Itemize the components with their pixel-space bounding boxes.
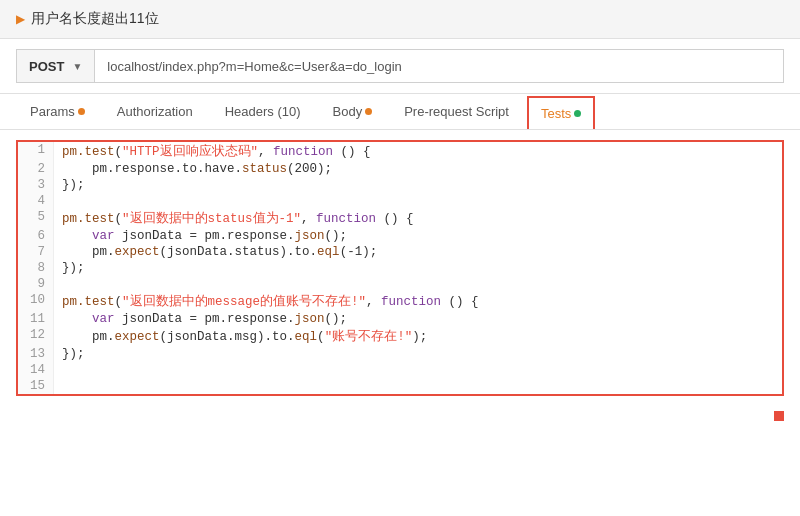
- code-line-14: 14: [18, 362, 782, 378]
- tab-headers-label: Headers (10): [225, 104, 301, 119]
- line-content-5: pm.test("返回数据中的status值为-1", function () …: [54, 209, 782, 228]
- code-line-12: 12 pm.expect(jsonData.msg).to.eql("账号不存在…: [18, 327, 782, 346]
- line-content-4: [54, 193, 782, 209]
- line-num-10: 10: [18, 292, 54, 311]
- line-num-11: 11: [18, 311, 54, 327]
- line-content-12: pm.expect(jsonData.msg).to.eql("账号不存在!")…: [54, 327, 782, 346]
- line-content-14: [54, 362, 782, 378]
- code-editor[interactable]: 1 pm.test("HTTP返回响应状态码", function () { 2…: [16, 140, 784, 396]
- tabs-bar: Params Authorization Headers (10) Body P…: [0, 94, 800, 130]
- line-content-11: var jsonData = pm.response.json();: [54, 311, 782, 327]
- line-num-5: 5: [18, 209, 54, 228]
- line-num-13: 13: [18, 346, 54, 362]
- tab-body[interactable]: Body: [319, 94, 387, 129]
- page-title: 用户名长度超出11位: [31, 10, 159, 28]
- line-content-1: pm.test("HTTP返回响应状态码", function () {: [54, 142, 782, 161]
- tab-headers[interactable]: Headers (10): [211, 94, 315, 129]
- code-line-5: 5 pm.test("返回数据中的status值为-1", function (…: [18, 209, 782, 228]
- method-selector[interactable]: POST ▼: [16, 49, 94, 83]
- red-indicator-icon: [774, 411, 784, 421]
- bottom-bar: [0, 406, 800, 426]
- tab-tests-label: Tests: [541, 106, 571, 121]
- tab-prerequest[interactable]: Pre-request Script: [390, 94, 523, 129]
- code-line-9: 9: [18, 276, 782, 292]
- code-line-3: 3 });: [18, 177, 782, 193]
- url-input[interactable]: [94, 49, 784, 83]
- line-num-14: 14: [18, 362, 54, 378]
- tab-authorization-label: Authorization: [117, 104, 193, 119]
- code-line-1: 1 pm.test("HTTP返回响应状态码", function () {: [18, 142, 782, 161]
- line-num-7: 7: [18, 244, 54, 260]
- body-dot: [365, 108, 372, 115]
- line-content-8: });: [54, 260, 782, 276]
- tab-params[interactable]: Params: [16, 94, 99, 129]
- code-line-8: 8 });: [18, 260, 782, 276]
- method-label: POST: [29, 59, 64, 74]
- line-num-8: 8: [18, 260, 54, 276]
- code-line-7: 7 pm.expect(jsonData.status).to.eql(-1);: [18, 244, 782, 260]
- tab-tests[interactable]: Tests: [527, 96, 595, 129]
- request-bar: POST ▼: [0, 39, 800, 94]
- line-content-13: });: [54, 346, 782, 362]
- line-content-2: pm.response.to.have.status(200);: [54, 161, 782, 177]
- line-content-9: [54, 276, 782, 292]
- line-content-3: });: [54, 177, 782, 193]
- line-num-1: 1: [18, 142, 54, 161]
- code-line-2: 2 pm.response.to.have.status(200);: [18, 161, 782, 177]
- line-num-15: 15: [18, 378, 54, 394]
- title-bar: ▶ 用户名长度超出11位: [0, 0, 800, 39]
- line-content-6: var jsonData = pm.response.json();: [54, 228, 782, 244]
- line-num-12: 12: [18, 327, 54, 346]
- line-num-3: 3: [18, 177, 54, 193]
- code-line-4: 4: [18, 193, 782, 209]
- line-content-10: pm.test("返回数据中的message的值账号不存在!", functio…: [54, 292, 782, 311]
- tab-prerequest-label: Pre-request Script: [404, 104, 509, 119]
- tests-dot: [574, 110, 581, 117]
- code-lines: 1 pm.test("HTTP返回响应状态码", function () { 2…: [18, 142, 782, 394]
- line-num-9: 9: [18, 276, 54, 292]
- line-num-6: 6: [18, 228, 54, 244]
- tab-authorization[interactable]: Authorization: [103, 94, 207, 129]
- code-line-13: 13 });: [18, 346, 782, 362]
- line-content-7: pm.expect(jsonData.status).to.eql(-1);: [54, 244, 782, 260]
- code-line-15: 15: [18, 378, 782, 394]
- code-line-11: 11 var jsonData = pm.response.json();: [18, 311, 782, 327]
- chevron-down-icon: ▼: [72, 61, 82, 72]
- tab-params-label: Params: [30, 104, 75, 119]
- line-num-2: 2: [18, 161, 54, 177]
- title-arrow-icon: ▶: [16, 12, 25, 26]
- line-content-15: [54, 378, 782, 394]
- line-num-4: 4: [18, 193, 54, 209]
- page-container: ▶ 用户名长度超出11位 POST ▼ Params Authorization…: [0, 0, 800, 516]
- code-line-6: 6 var jsonData = pm.response.json();: [18, 228, 782, 244]
- params-dot: [78, 108, 85, 115]
- code-line-10: 10 pm.test("返回数据中的message的值账号不存在!", func…: [18, 292, 782, 311]
- tab-body-label: Body: [333, 104, 363, 119]
